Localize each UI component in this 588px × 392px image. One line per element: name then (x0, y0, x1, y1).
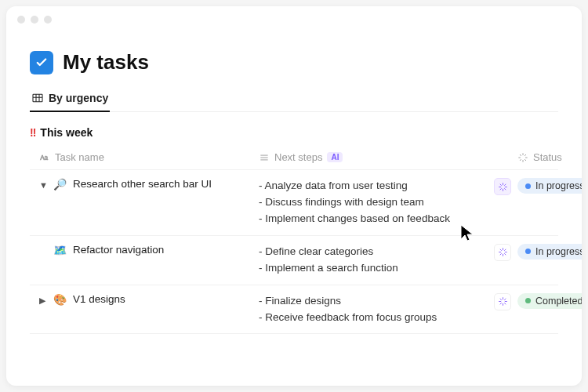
next-steps-cell[interactable]: Analyze data from user testingDiscuss fi… (259, 178, 494, 227)
next-step-line: Discuss findings with design team (259, 194, 494, 211)
column-label: Status (533, 151, 562, 163)
status-dot-icon (525, 249, 531, 254)
svg-line-36 (500, 299, 501, 299)
next-step-line: Define clear categories (259, 244, 494, 260)
svg-line-22 (500, 188, 501, 189)
column-status[interactable]: Status (517, 151, 582, 163)
ai-badge: AI (327, 152, 343, 162)
status-badge: In progress (517, 244, 582, 260)
status-loader-icon (517, 152, 528, 163)
ai-action-cell (494, 244, 517, 277)
next-step-line: Implement changes based on feedback (259, 211, 494, 227)
svg-line-14 (520, 159, 521, 160)
status-label: In progress (535, 180, 582, 191)
column-label: Task name (55, 151, 104, 163)
checkbox-app-icon (30, 51, 53, 74)
next-step-line: Analyze data from user testing (259, 178, 494, 194)
collapse-toggle-icon[interactable]: ▼ (39, 180, 49, 190)
svg-line-15 (524, 154, 525, 155)
title-row: My tasks (30, 50, 558, 74)
table-row[interactable]: ▶🎨V1 designsFinalize designsReceive feed… (30, 285, 558, 335)
svg-line-31 (504, 249, 505, 250)
next-step-line: Implement a search function (259, 260, 494, 277)
group-header-this-week[interactable]: !! This week (30, 126, 558, 139)
expand-toggle-icon[interactable]: ▶ (39, 296, 49, 306)
table-row[interactable]: ▼🔎Research other search bar UIAnalyze da… (30, 170, 558, 236)
svg-line-29 (504, 254, 505, 255)
page-title: My tasks (63, 50, 149, 74)
svg-line-12 (520, 154, 521, 155)
table-row[interactable]: 🗺️Refactor navigationDefine clear catego… (30, 236, 558, 285)
svg-line-39 (504, 299, 505, 299)
view-tabs: By urgency (30, 92, 558, 112)
next-steps-cell[interactable]: Define clear categoriesImplement a searc… (259, 244, 494, 277)
checkmark-icon (34, 56, 49, 70)
ai-generate-button[interactable] (494, 178, 511, 195)
ai-generate-button[interactable] (494, 293, 511, 310)
task-cell: ▶🎨V1 designs (39, 293, 259, 326)
svg-line-20 (500, 184, 501, 185)
task-cell: 🗺️Refactor navigation (39, 244, 259, 277)
page-content: My tasks By urgency !! This week Aa Task… (6, 6, 582, 334)
app-window: My tasks By urgency !! This week Aa Task… (6, 6, 582, 386)
svg-line-21 (504, 188, 505, 189)
svg-line-30 (500, 254, 501, 255)
group-label: This week (40, 126, 93, 139)
svg-line-23 (504, 184, 505, 185)
status-badge: In progress (517, 178, 582, 194)
status-label: Completed (535, 296, 582, 307)
task-name[interactable]: Research other search bar UI (73, 178, 212, 190)
status-dot-icon (525, 298, 531, 303)
status-cell[interactable]: Completed (517, 293, 582, 309)
traffic-dot (44, 16, 52, 24)
svg-rect-0 (33, 94, 42, 101)
table-icon (31, 92, 44, 104)
next-step-line: Receive feedback from focus groups (259, 310, 494, 326)
svg-line-37 (504, 303, 505, 304)
task-emoji-icon: 🗺️ (53, 244, 67, 256)
sparkle-icon (498, 296, 508, 307)
traffic-dot (17, 16, 25, 24)
table-body: ▼🔎Research other search bar UIAnalyze da… (30, 170, 558, 334)
svg-line-38 (500, 303, 501, 304)
tab-label: By urgency (49, 92, 108, 104)
next-steps-cell[interactable]: Finalize designsReceive feedback from fo… (259, 293, 494, 326)
svg-line-13 (524, 159, 525, 160)
column-label: Next steps (274, 151, 322, 163)
svg-text:Aa: Aa (40, 154, 48, 161)
task-name[interactable]: Refactor navigation (73, 244, 164, 256)
ai-action-cell (494, 293, 517, 326)
column-next-steps[interactable]: Next steps AI (259, 151, 494, 163)
next-step-line: Finalize designs (259, 293, 494, 310)
status-label: In progress (535, 246, 582, 257)
status-cell[interactable]: In progress (517, 244, 582, 260)
window-traffic-lights (17, 16, 52, 24)
text-aa-icon: Aa (39, 152, 50, 163)
ai-generate-button[interactable] (494, 244, 511, 261)
sparkle-icon (498, 182, 508, 192)
status-dot-icon (525, 183, 531, 189)
column-headers: Aa Task name Next steps AI Statu (30, 147, 558, 170)
status-cell[interactable]: In progress (517, 178, 582, 194)
tab-by-urgency[interactable]: By urgency (30, 92, 110, 112)
traffic-dot (31, 16, 38, 24)
lines-icon (259, 152, 270, 163)
task-emoji-icon: 🎨 (53, 293, 67, 306)
task-cell: ▼🔎Research other search bar UI (39, 178, 259, 227)
ai-action-cell (494, 178, 517, 227)
status-badge: Completed (517, 293, 582, 309)
task-name[interactable]: V1 designs (73, 293, 125, 305)
urgency-marker-icon: !! (30, 126, 35, 139)
column-task-name[interactable]: Aa Task name (39, 151, 259, 163)
svg-line-28 (500, 249, 501, 250)
sparkle-icon (498, 247, 508, 257)
task-emoji-icon: 🔎 (53, 178, 67, 191)
